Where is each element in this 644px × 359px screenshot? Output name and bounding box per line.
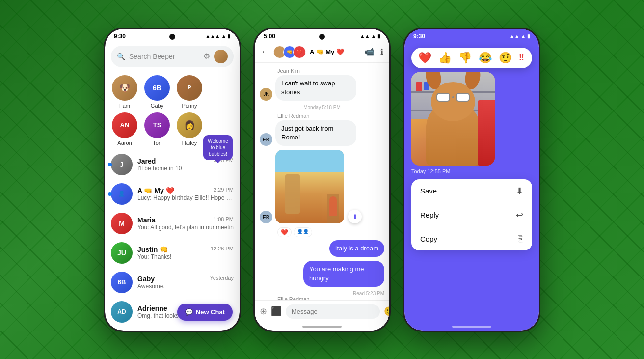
dog-photo	[411, 72, 495, 166]
story-penny[interactable]: P Penny	[177, 75, 202, 109]
phone-camera-1	[169, 34, 175, 40]
save-label: Save	[420, 187, 437, 195]
chat-avatar-justin: JU	[111, 242, 133, 264]
search-bar[interactable]: 🔍 Search Beeper ⚙	[111, 46, 234, 67]
search-placeholder: Search Beeper	[129, 53, 199, 60]
status-icons-1: ▲▲▲ ▲ ▮	[205, 33, 231, 39]
story-avatar-aaron: AN	[112, 112, 137, 138]
video-icon[interactable]: 📹	[365, 47, 375, 56]
wifi-icon-1: ▲	[221, 33, 226, 39]
reaction-row: ❤️ 👤👤	[277, 227, 384, 237]
new-chat-button[interactable]: 💬 New Chat	[177, 304, 233, 321]
phone-3-content: 9:30 ▲▲ ▲ ▮ ❤️ 👍 👎 😂 🤨 ‼️	[404, 29, 539, 331]
react-laugh[interactable]: 😂	[479, 52, 492, 64]
phone-2-content: 5:00 ▲▲ ▲ ▮ ← 🤜 ❤️ A 🤜	[255, 29, 389, 331]
header-icons-2: 📹 ℹ	[365, 47, 383, 56]
chat-time-gaby: Yesterday	[210, 275, 234, 283]
chat-avatar-gaby: 6B	[111, 272, 133, 293]
user-avatar[interactable]	[214, 50, 228, 63]
context-menu: Save ⬇ Reply ↩ Copy ⎘	[411, 179, 532, 250]
home-indicator-3	[452, 326, 491, 328]
chat-header-bar: ← 🤜 ❤️ A 🤜 My ❤️ 📹 ℹ	[255, 42, 389, 63]
react-skeptical[interactable]: 🤨	[499, 52, 512, 64]
phone-2: 5:00 ▲▲ ▲ ▮ ← 🤜 ❤️ A 🤜	[253, 28, 391, 332]
chat-item-group[interactable]: 👤 A 🤜 My ❤️ 2:29 PM Lucy: Happy birthday…	[105, 179, 240, 209]
chat-time-group: 2:29 PM	[214, 187, 234, 194]
battery-icon-3: ▮	[527, 33, 530, 39]
reaction-heart[interactable]: ❤️	[277, 227, 292, 237]
settings-icon[interactable]: ⚙	[203, 52, 210, 61]
battery-icon-2: ▮	[377, 33, 380, 39]
plus-icon[interactable]: ⊕	[260, 306, 267, 317]
time-2: 5:00	[264, 33, 275, 40]
download-button[interactable]: ⬇	[348, 210, 362, 223]
story-label-hailey: Hailey	[182, 140, 197, 146]
chat-preview-group: Lucy: Happy birthday Ellie!! Hope you've…	[137, 194, 234, 201]
sender-ellie-1: Ellie Redman	[277, 113, 384, 119]
react-heart[interactable]: ❤️	[418, 52, 431, 64]
info-icon[interactable]: ℹ	[380, 47, 383, 56]
story-fam[interactable]: 🐶 Fam	[112, 75, 137, 109]
chat-info-group: A 🤜 My ❤️ 2:29 PM Lucy: Happy birthday E…	[137, 187, 234, 201]
new-chat-icon: 💬	[185, 308, 193, 316]
chat-list: J Jared 3:25 PM I'll be home in 10	[105, 150, 240, 327]
react-exclaim[interactable]: ‼️	[519, 53, 524, 63]
message-input-bar: ⊕ ⬛ 🙂 🎤	[255, 300, 389, 323]
search-icon: 🔍	[117, 53, 125, 60]
wifi-icon-2: ▲	[371, 33, 376, 39]
unread-dot-group	[108, 192, 112, 196]
reaction-users[interactable]: 👤👤	[294, 227, 312, 237]
input-icons: ⊕ ⬛	[260, 306, 282, 317]
message-input[interactable]	[286, 304, 380, 319]
msg-sent-hungry: You are making me hungry	[260, 261, 384, 286]
emoji-icon[interactable]: 🙂	[384, 306, 389, 317]
back-button[interactable]: ←	[261, 47, 269, 57]
welcome-bubble: Welcome to blue bubbles!	[203, 135, 233, 160]
chat-preview-maria: You: All good, let's plan in our meeting…	[137, 224, 234, 231]
story-label-penny: Penny	[182, 103, 197, 109]
dog-image	[411, 72, 495, 166]
status-icons-3: ▲▲ ▲ ▮	[510, 33, 530, 40]
phone-3-screen: 9:30 ▲▲ ▲ ▮ ❤️ 👍 👎 😂 🤨 ‼️	[404, 29, 539, 331]
aaron-dot	[133, 134, 137, 138]
image-bubble-main[interactable]	[275, 150, 344, 223]
chat-name-gaby: Gaby	[137, 275, 155, 283]
chat-item-maria[interactable]: M Maria 1:08 PM You: All good, let's pla…	[105, 209, 240, 238]
react-thumbs-down[interactable]: 👎	[458, 52, 472, 64]
story-hailey[interactable]: 👩 Hailey	[177, 112, 202, 146]
reply-label: Reply	[420, 211, 439, 219]
phone-2-screen: 5:00 ▲▲ ▲ ▮ ← 🤜 ❤️ A 🤜	[255, 29, 389, 331]
timestamp-monday: Monday 5:18 PM	[260, 105, 384, 110]
save-icon: ⬇	[516, 186, 523, 196]
group-avatars: 🤜 ❤️	[273, 46, 306, 58]
chat-name-adrienne: Adrienne	[137, 304, 167, 312]
sender-jean: Jean Kim	[277, 68, 384, 74]
group-av-3: ❤️	[293, 46, 306, 58]
chat-item-justin[interactable]: JU Justin 👊 12:26 PM You: Thanks!	[105, 238, 240, 268]
unread-dot-jared	[108, 163, 112, 166]
story-avatar-hailey: 👩	[177, 112, 202, 138]
bubble-italy: Italy is a dream	[329, 240, 384, 257]
time-3: 9:30	[413, 33, 425, 40]
context-item-reply[interactable]: Reply ↩	[411, 203, 532, 227]
avatar-ellie-1: ER	[260, 133, 272, 146]
story-label-fam: Fam	[119, 103, 130, 109]
context-item-save[interactable]: Save ⬇	[411, 179, 532, 203]
gallery-icon[interactable]: ⬛	[271, 306, 282, 317]
chat-title-2: A 🤜 My ❤️	[310, 48, 361, 55]
react-thumbs-up[interactable]: 👍	[438, 52, 452, 64]
context-item-copy[interactable]: Copy ⎘	[411, 227, 532, 250]
story-tori[interactable]: TS Tori	[144, 112, 170, 146]
bubble-hungry: You are making me hungry	[303, 261, 384, 286]
phones-container: 9:30 ▲▲▲ ▲ ▮ 🔍 Search Beeper ⚙	[104, 28, 540, 332]
chat-item-gaby[interactable]: 6B Gaby Yesterday Awesome.	[105, 268, 240, 297]
story-avatar-penny: P	[177, 75, 202, 101]
sender-ellie-2: Ellie Redman	[277, 296, 384, 300]
story-label-gaby: Gaby	[151, 103, 163, 109]
chat-name-jared: Jared	[137, 157, 156, 165]
chat-preview-justin: You: Thanks!	[137, 253, 234, 260]
story-gaby[interactable]: 6B Gaby	[144, 75, 170, 109]
emoji-reaction-bar: ❤️ 👍 👎 😂 🤨 ‼️	[411, 48, 532, 68]
chat-time-justin: 12:26 PM	[211, 246, 234, 253]
story-aaron[interactable]: AN Aaron	[112, 112, 137, 146]
